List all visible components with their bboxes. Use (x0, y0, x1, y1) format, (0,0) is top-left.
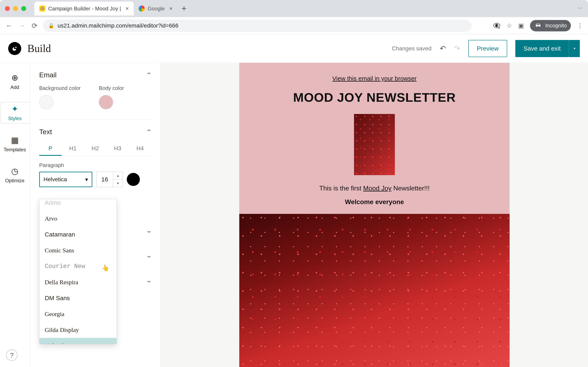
email-canvas[interactable]: View this email in your browser MOOD JOY… (161, 63, 588, 367)
text-color-swatch[interactable] (127, 173, 140, 186)
size-down-button[interactable]: ▾ (113, 180, 122, 187)
chevron-down-icon: ⌃ (146, 277, 152, 284)
browser-tabs: 🐵 Campaign Builder - Mood Joy | × Google… (34, 0, 187, 17)
save-exit-button[interactable]: Save and exit (515, 40, 569, 57)
font-option[interactable]: Gilda Display (39, 322, 117, 338)
font-option[interactable]: Comic Sans (39, 242, 117, 258)
font-size-stepper: 16 ▴ ▾ (96, 172, 123, 187)
intro-line[interactable]: This is the first Mood Joy Newsletter!!! (319, 184, 430, 192)
section-title: Text (39, 128, 52, 136)
browser-tab-inactive[interactable]: Google × (134, 2, 177, 16)
redo-icon: ↷ (454, 44, 460, 53)
tab-overflow-icon[interactable]: ﹀ (577, 6, 583, 11)
font-option[interactable]: Della Respira (39, 274, 117, 290)
color-label: Background color (39, 85, 80, 91)
rail-templates[interactable]: ▦ Templates (0, 133, 30, 155)
font-value: Helvetica (43, 176, 67, 183)
browser-toolbar: ← → ⟳ 🔒 us21.admin.mailchimp.com/email/e… (0, 17, 588, 34)
intro-link[interactable]: Mood Joy (363, 184, 392, 192)
body-color-picker[interactable]: Body color (99, 85, 124, 109)
preview-label: Preview (477, 45, 499, 52)
app-header: Build Changes saved ↶ ↷ Preview Save and… (0, 34, 588, 63)
mailchimp-logo-icon[interactable] (8, 42, 21, 55)
font-option[interactable]: DM Sans (39, 290, 117, 306)
traffic-lights (5, 6, 26, 11)
hero-image[interactable] (239, 214, 510, 367)
back-button[interactable]: ← (5, 21, 13, 30)
text-section-header[interactable]: Text ⌃ (39, 128, 151, 136)
email-colors: Background color Body color (39, 85, 151, 109)
minimize-window-icon[interactable] (13, 6, 18, 11)
save-exit-split-button: Save and exit ▾ (515, 40, 580, 57)
newsletter-headline[interactable]: MOOD JOY NEWSLETTER (293, 90, 456, 105)
rail-label: Templates (4, 147, 26, 152)
undo-icon[interactable]: ↶ (440, 44, 446, 53)
tool-rail: ⊕ Add ✦ Styles ▦ Templates ◷ Optimize ? (0, 63, 30, 367)
email-section-header[interactable]: Email ⌃ (39, 71, 151, 79)
lock-icon: 🔒 (48, 23, 54, 29)
rail-label: Optimize (5, 178, 25, 184)
close-tab-icon[interactable]: × (169, 5, 173, 12)
font-option[interactable]: Courier New (39, 258, 117, 274)
tab-p[interactable]: P (39, 142, 62, 156)
save-label: Save and exit (523, 45, 561, 52)
fullscreen-window-icon[interactable] (21, 6, 26, 11)
welcome-subhead[interactable]: Welcome everyone (345, 198, 404, 206)
browser-tab-active[interactable]: 🐵 Campaign Builder - Mood Joy | × (34, 2, 134, 16)
tab-title: Google (148, 6, 165, 12)
font-option-selected[interactable]: Helvetica (39, 338, 117, 344)
rail-add[interactable]: ⊕ Add (0, 71, 30, 92)
email-body[interactable]: View this email in your browser MOOD JOY… (239, 63, 510, 367)
plus-circle-icon: ⊕ (11, 73, 18, 82)
tab-h1[interactable]: H1 (62, 142, 84, 156)
chevron-down-icon: ▾ (85, 176, 88, 183)
divider (39, 119, 151, 120)
paragraph-controls: Helvetica ▾ 16 ▴ ▾ (39, 172, 151, 187)
font-option[interactable]: Georgia (39, 306, 117, 322)
background-color-picker[interactable]: Background color (39, 85, 80, 109)
gauge-icon: ◷ (11, 166, 18, 176)
close-tab-icon[interactable]: × (125, 5, 129, 12)
rail-optimize[interactable]: ◷ Optimize (0, 164, 30, 185)
view-in-browser-link[interactable]: View this email in your browser (332, 75, 417, 82)
font-size-value[interactable]: 16 (96, 176, 113, 183)
close-window-icon[interactable] (5, 6, 10, 11)
save-status: Changes saved (392, 45, 432, 52)
rail-styles[interactable]: ✦ Styles (0, 102, 30, 124)
address-bar[interactable]: 🔒 us21.admin.mailchimp.com/email/editor?… (43, 20, 472, 32)
eye-off-icon[interactable]: 👁‍🗨 (493, 22, 501, 29)
size-up-button[interactable]: ▴ (113, 172, 122, 180)
forward-button: → (17, 21, 26, 30)
tab-title: Campaign Builder - Mood Joy | (48, 6, 121, 12)
new-tab-button[interactable]: + (182, 4, 187, 13)
tab-h2[interactable]: H2 (84, 142, 107, 156)
save-exit-caret[interactable]: ▾ (569, 40, 580, 57)
kebab-menu-icon[interactable]: ⋮ (577, 22, 583, 29)
preview-button[interactable]: Preview (468, 40, 507, 57)
chevron-up-icon: ⌃ (146, 128, 152, 135)
chevron-down-icon: ⌃ (146, 252, 152, 259)
extensions-icon[interactable]: ▣ (518, 22, 524, 29)
page-title: Build (27, 42, 51, 54)
incognito-indicator[interactable]: 🕶 Incognito (530, 20, 571, 31)
font-family-select[interactable]: Helvetica ▾ (39, 172, 92, 187)
hero-thumbnail-image[interactable] (354, 114, 395, 175)
chevron-down-icon: ⌃ (146, 227, 152, 234)
rail-label: Styles (8, 116, 21, 121)
body-swatch[interactable] (99, 95, 113, 109)
font-option[interactable]: Arvo (39, 211, 117, 226)
reload-button[interactable]: ⟳ (30, 21, 39, 30)
tab-h3[interactable]: H3 (106, 142, 129, 156)
help-button[interactable]: ? (6, 350, 17, 361)
bookmark-star-icon[interactable]: ☆ (507, 22, 512, 29)
url-text: us21.admin.mailchimp.com/email/editor?id… (58, 22, 178, 29)
font-option[interactable]: Arimo (39, 199, 117, 211)
text-level-tabs: P H1 H2 H3 H4 (39, 142, 151, 156)
tab-h4[interactable]: H4 (129, 142, 151, 156)
font-option[interactable]: Catamaran (39, 226, 117, 242)
rail-label: Add (10, 84, 19, 90)
google-favicon-icon (139, 6, 145, 12)
help-label: ? (10, 351, 14, 359)
intro-post: Newsletter!!! (392, 184, 430, 192)
bg-swatch[interactable] (39, 95, 53, 109)
